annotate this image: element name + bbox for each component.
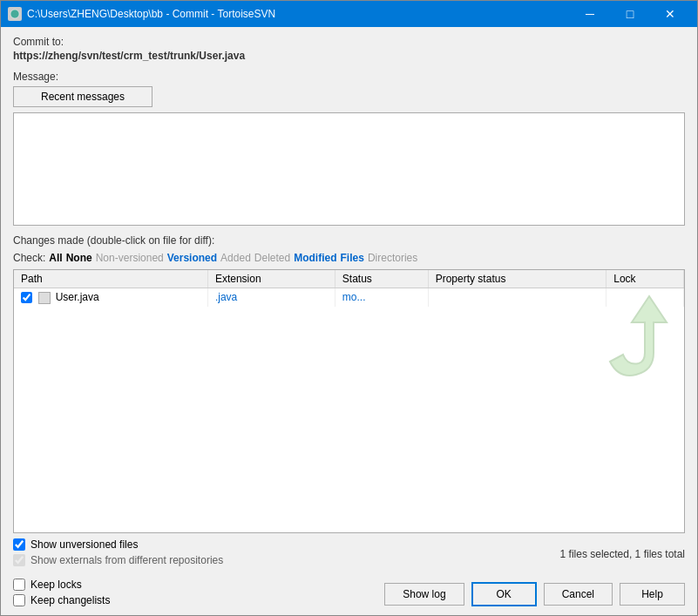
file-icon [38, 292, 51, 304]
keep-locks-row: Keep locks [13, 579, 110, 591]
ok-button[interactable]: OK [471, 582, 537, 606]
table-row[interactable]: User.java .java mo... [14, 288, 684, 307]
check-row: Check: All None Non-versioned Versioned … [13, 252, 685, 264]
check-all-link[interactable]: All [49, 252, 62, 264]
check-versioned-link[interactable]: Versioned [167, 252, 217, 264]
col-status: Status [335, 270, 428, 288]
col-path: Path [14, 270, 207, 288]
commit-to-label: Commit to: [13, 36, 685, 48]
bottom-section: Keep locks Keep changelists Show log OK … [13, 579, 685, 606]
file-table: Path Extension Status Property status Lo… [14, 270, 684, 307]
changes-label: Changes made (double-click on file for d… [13, 234, 685, 247]
check-directories-link[interactable]: Directories [368, 252, 417, 264]
show-externals-checkbox[interactable] [13, 554, 25, 566]
row-property-status-cell [428, 288, 607, 307]
status-link[interactable]: mo... [342, 291, 366, 303]
main-content: Commit to: https://zheng/svn/test/crm_te… [1, 27, 697, 615]
row-checkbox[interactable] [21, 292, 32, 303]
close-button[interactable]: ✕ [650, 1, 690, 27]
title-bar-controls: ─ □ ✕ [570, 1, 690, 27]
col-property-status: Property status [428, 270, 607, 288]
minimize-button[interactable]: ─ [570, 1, 610, 27]
show-externals-label: Show externals from different repositori… [30, 554, 223, 566]
keep-locks-checkbox[interactable] [13, 579, 25, 591]
svg-point-0 [10, 10, 19, 18]
check-none-link[interactable]: None [66, 252, 92, 264]
keep-changelists-checkbox[interactable] [13, 594, 25, 606]
col-extension: Extension [207, 270, 335, 288]
message-textarea[interactable] [13, 112, 685, 226]
tortoise-logo [588, 288, 675, 383]
window-title: C:\Users\ZHENG\Desktop\bb - Commit - Tor… [27, 8, 275, 20]
message-label: Message: [13, 71, 685, 83]
col-lock: Lock [607, 270, 684, 288]
title-bar: C:\Users\ZHENG\Desktop\bb - Commit - Tor… [1, 1, 697, 27]
footer-checkboxes: Keep locks Keep changelists [13, 579, 110, 606]
footer-buttons: Show log OK Cancel Help [384, 582, 685, 606]
row-status-cell: mo... [335, 288, 428, 307]
show-unversioned-checkbox[interactable] [13, 538, 25, 551]
show-unversioned-label: Show unversioned files [30, 538, 138, 551]
title-bar-left: C:\Users\ZHENG\Desktop\bb - Commit - Tor… [8, 7, 275, 21]
extension-link[interactable]: .java [215, 291, 237, 303]
keep-locks-label: Keep locks [30, 579, 82, 591]
cancel-button[interactable]: Cancel [544, 583, 613, 606]
row-path-cell: User.java [14, 288, 207, 307]
table-header-row: Path Extension Status Property status Lo… [14, 270, 684, 288]
check-files-link[interactable]: Files [341, 252, 364, 264]
keep-changelists-label: Keep changelists [30, 594, 110, 606]
maximize-button[interactable]: □ [610, 1, 650, 27]
check-modified-link[interactable]: Modified [294, 252, 336, 264]
file-table-container: Path Extension Status Property status Lo… [13, 269, 685, 533]
show-unversioned-row: Show unversioned files [13, 538, 223, 551]
show-externals-row: Show externals from different repositori… [13, 554, 223, 566]
recent-messages-button[interactable]: Recent messages [13, 86, 152, 107]
files-count: 1 files selected, 1 files total [560, 548, 685, 560]
check-deleted-link[interactable]: Deleted [254, 252, 290, 264]
help-button[interactable]: Help [620, 583, 685, 606]
commit-url: https://zheng/svn/test/crm_test/trunk/Us… [13, 50, 685, 62]
keep-changelists-row: Keep changelists [13, 594, 110, 606]
bottom-checkboxes: Show unversioned files Show externals fr… [13, 538, 223, 566]
check-label: Check: [13, 252, 45, 264]
row-extension-cell: .java [207, 288, 335, 307]
check-nonversioned-link[interactable]: Non-versioned [96, 252, 164, 264]
main-window: C:\Users\ZHENG\Desktop\bb - Commit - Tor… [0, 0, 698, 616]
app-icon [8, 7, 22, 21]
file-name-link[interactable]: User.java [56, 291, 99, 303]
show-log-button[interactable]: Show log [384, 583, 464, 606]
check-added-link[interactable]: Added [220, 252, 251, 264]
